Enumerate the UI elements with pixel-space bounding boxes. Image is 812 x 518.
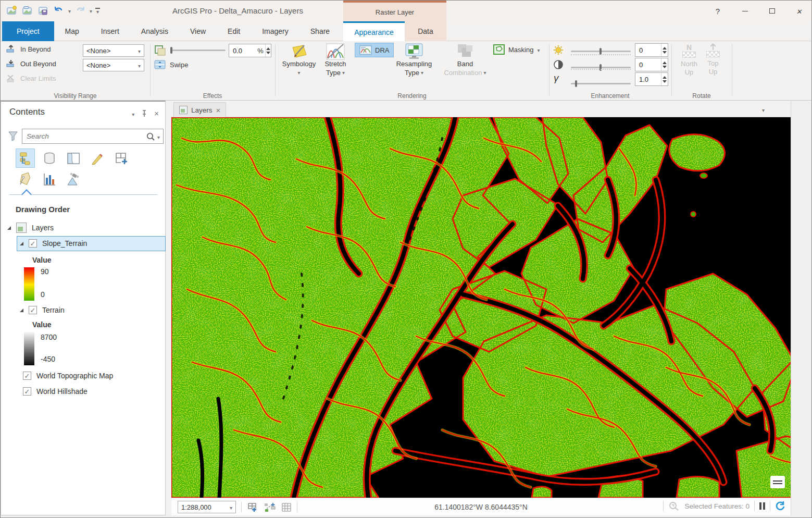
contrast-icon: [553, 59, 564, 70]
map-scale-value: 1:288,000: [181, 503, 211, 511]
new-map-frame-icon[interactable]: [247, 502, 258, 512]
masking-caret: [537, 45, 540, 54]
brightness-input[interactable]: [635, 46, 661, 55]
in-beyond-combo[interactable]: <None>: [83, 44, 144, 57]
view-labeling-icon[interactable]: [16, 169, 35, 189]
view-imagery-icon[interactable]: [64, 169, 83, 189]
swipe-button[interactable]: Swipe: [154, 59, 188, 70]
pin-icon[interactable]: [141, 110, 147, 117]
symbology-caret: [297, 68, 300, 77]
undo-dropdown-caret[interactable]: [68, 6, 71, 15]
new-project-icon[interactable]: [6, 4, 18, 17]
hillshade-checkbox[interactable]: [23, 387, 31, 396]
snapping-toggle-icon[interactable]: [264, 502, 276, 512]
view-data-source-icon[interactable]: [40, 149, 59, 168]
refresh-icon[interactable]: [775, 501, 785, 511]
transparency-slider[interactable]: [170, 50, 226, 51]
tab-analysis[interactable]: Analysis: [130, 21, 179, 41]
open-project-icon[interactable]: [21, 4, 34, 17]
selected-features-count: Selected Features: 0: [684, 502, 749, 510]
stretch-type-button[interactable]: Stretch Type: [319, 43, 352, 77]
transparency-spin-arrows[interactable]: [265, 44, 271, 57]
dra-toggle[interactable]: DRA: [355, 43, 394, 57]
map-tab-close-icon[interactable]: [216, 106, 221, 115]
search-box[interactable]: [22, 129, 164, 144]
tab-share[interactable]: Share: [299, 21, 341, 41]
top-up-label1: Top: [708, 59, 719, 68]
view-drawing-order-icon[interactable]: [16, 149, 35, 168]
symbology-label: Symbology: [282, 60, 316, 68]
slope-layer-row[interactable]: Slope_Terrain: [20, 239, 87, 248]
topo-layer-row[interactable]: World Topographic Map: [23, 372, 113, 380]
tab-project[interactable]: Project: [2, 21, 54, 41]
gamma-input[interactable]: [635, 75, 661, 84]
minimize-button[interactable]: [731, 1, 758, 21]
tab-appearance[interactable]: Appearance: [343, 21, 405, 41]
view-editing-icon[interactable]: [88, 149, 107, 168]
tab-data[interactable]: Data: [405, 21, 446, 41]
transparency-input[interactable]: [229, 46, 257, 55]
view-charts-icon[interactable]: [40, 169, 59, 189]
tab-imagery[interactable]: Imagery: [251, 21, 299, 41]
map-canvas[interactable]: [171, 117, 791, 498]
map-tab-icon: [179, 106, 188, 114]
slope-checkbox[interactable]: [29, 239, 37, 248]
tab-view[interactable]: View: [179, 21, 217, 41]
tab-insert[interactable]: Insert: [90, 21, 130, 41]
pane-close-icon[interactable]: [154, 109, 159, 118]
terrain-expander-icon[interactable]: [20, 309, 23, 312]
band-combination-icon: [456, 43, 474, 60]
slope-expander-icon[interactable]: [20, 242, 23, 245]
masking-button[interactable]: Masking: [493, 44, 540, 55]
out-beyond-row[interactable]: Out Beyond: [6, 59, 56, 68]
resampling-type-button[interactable]: Resampling Type: [390, 43, 438, 77]
top-up-label2: Up: [709, 68, 718, 76]
search-caret[interactable]: [157, 132, 160, 141]
symbology-button[interactable]: Symbology: [280, 43, 318, 77]
gamma-spinner[interactable]: [635, 72, 668, 86]
view-selection-icon[interactable]: [64, 149, 83, 168]
slope-raster-map: [171, 117, 791, 498]
topo-checkbox[interactable]: [23, 372, 31, 380]
layers-expander-icon[interactable]: [7, 226, 11, 230]
layers-group-row[interactable]: Layers: [7, 223, 54, 233]
close-button[interactable]: [785, 1, 812, 21]
search-input[interactable]: [22, 132, 146, 140]
search-icon[interactable]: [146, 132, 155, 141]
maximize-button[interactable]: [758, 1, 785, 21]
brightness-slider[interactable]: [571, 51, 631, 52]
contents-pane-title: Contents: [9, 107, 45, 117]
contents-pane: Contents: [1, 101, 166, 515]
resampling-label1: Resampling: [396, 60, 432, 68]
save-project-icon[interactable]: [37, 4, 49, 17]
grid-icon[interactable]: [281, 502, 292, 512]
stretch-type-label1: Stretch: [324, 60, 346, 68]
terrain-checkbox[interactable]: [29, 306, 37, 314]
view-list-caret[interactable]: [762, 105, 765, 114]
terrain-layer-row[interactable]: Terrain: [20, 306, 65, 314]
hillshade-layer-row[interactable]: World Hillshade: [23, 387, 88, 396]
contextual-group-raster-layer: Raster Layer: [343, 1, 446, 21]
in-beyond-row[interactable]: In Beyond: [6, 44, 51, 54]
map-attribution-icon[interactable]: [770, 476, 785, 488]
layer-transparency-icon[interactable]: [154, 45, 167, 56]
view-snapping-icon[interactable]: [111, 149, 131, 168]
contrast-spinner[interactable]: [635, 58, 668, 71]
out-beyond-combo[interactable]: <None>: [83, 59, 144, 71]
map-scale-combo[interactable]: 1:288,000: [178, 501, 236, 513]
band-combination-caret: [483, 68, 486, 77]
brightness-spinner[interactable]: [635, 43, 668, 57]
filter-funnel-icon[interactable]: [8, 131, 18, 141]
undo-icon[interactable]: [53, 4, 65, 17]
band-combination-label2: Combination: [444, 69, 482, 77]
transparency-spinner[interactable]: %: [229, 44, 271, 57]
contrast-input[interactable]: [635, 60, 661, 69]
tab-edit[interactable]: Edit: [217, 21, 251, 41]
gamma-slider[interactable]: [571, 83, 631, 84]
tab-map[interactable]: Map: [54, 21, 90, 41]
help-button[interactable]: ?: [704, 1, 731, 21]
map-tab-layers[interactable]: Layers: [173, 102, 226, 117]
customize-quick-access-icon[interactable]: [95, 8, 100, 14]
pause-drawing-icon[interactable]: [759, 502, 765, 510]
pane-menu-caret[interactable]: [132, 109, 134, 118]
